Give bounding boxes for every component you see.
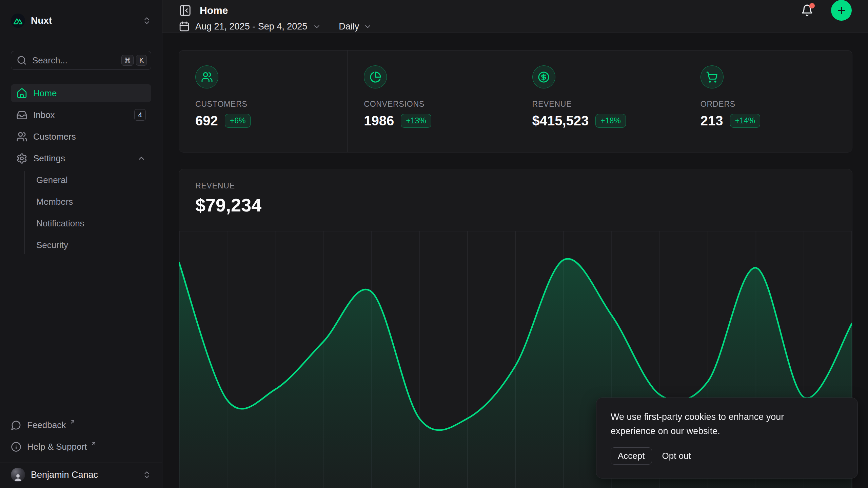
stat-delta-badge: +13% <box>401 114 431 128</box>
kbd-k: K <box>136 55 147 66</box>
settings-subnav: General Members Notifications Security <box>24 171 151 254</box>
users-icon <box>195 65 218 88</box>
plus-icon <box>836 5 847 16</box>
stat-card-orders[interactable]: ORDERS 213 +14% <box>684 50 852 152</box>
sidebar-collapse-button[interactable] <box>179 4 192 17</box>
info-circle-icon <box>11 442 21 452</box>
notification-dot <box>809 3 815 8</box>
help-support-label: Help & Support <box>27 442 87 452</box>
stats-row: CUSTOMERS 692 +6% CONVERSIONS 1986 +13% <box>179 50 852 152</box>
inbox-count-badge: 4 <box>134 109 146 120</box>
sidebar-item-general[interactable]: General <box>36 171 151 189</box>
sidebar-item-customers[interactable]: Customers <box>11 127 151 146</box>
search-input[interactable]: Search... ⌘ K <box>11 51 151 70</box>
granularity-value: Daily <box>339 21 359 32</box>
users-icon <box>16 131 27 142</box>
shopping-cart-icon <box>701 65 724 88</box>
revenue-chart-value: $79,234 <box>195 195 836 216</box>
page-header: Home <box>162 0 868 21</box>
sidebar-item-label: Customers <box>33 131 76 142</box>
sidebar: Nuxt Search... ⌘ K Home <box>0 0 162 488</box>
external-link-icon <box>91 441 97 447</box>
gear-icon <box>16 153 27 164</box>
stat-card-customers[interactable]: CUSTOMERS 692 +6% <box>179 50 347 152</box>
sidebar-item-label: Inbox <box>33 110 55 120</box>
filters-toolbar: Aug 21, 2025 - Sep 4, 2025 Daily <box>162 21 868 33</box>
stat-value: $415,523 <box>532 113 589 128</box>
pie-chart-icon <box>364 65 387 88</box>
stat-card-conversions[interactable]: CONVERSIONS 1986 +13% <box>347 50 515 152</box>
cookie-accept-button[interactable]: Accept <box>611 447 652 465</box>
stat-label: CONVERSIONS <box>364 100 499 109</box>
add-button[interactable] <box>831 0 852 21</box>
feedback-link[interactable]: Feedback <box>11 416 151 434</box>
chevron-down-icon <box>313 22 321 31</box>
stat-label: CUSTOMERS <box>195 100 331 109</box>
stat-value: 692 <box>195 113 218 128</box>
message-bubble-icon <box>11 420 21 430</box>
stat-delta-badge: +14% <box>730 114 760 128</box>
sidebar-item-notifications[interactable]: Notifications <box>36 214 151 232</box>
nuxt-logo-icon <box>11 14 25 28</box>
revenue-chart-label: REVENUE <box>195 181 836 190</box>
cookie-banner: We use first-party cookies to enhance yo… <box>596 398 858 479</box>
sidebar-nav: Home Inbox 4 Customers Settings <box>11 84 151 254</box>
chevron-up-icon <box>137 154 146 163</box>
granularity-select[interactable]: Daily <box>339 21 372 32</box>
stat-delta-badge: +18% <box>595 114 626 128</box>
date-range-picker[interactable]: Aug 21, 2025 - Sep 4, 2025 <box>179 21 321 32</box>
inbox-icon <box>16 109 27 121</box>
user-menu[interactable]: Benjamin Canac <box>0 463 162 488</box>
stat-label: ORDERS <box>701 100 836 109</box>
external-link-icon <box>70 419 76 425</box>
avatar <box>11 468 25 482</box>
stat-value: 213 <box>701 113 723 128</box>
search-shortcut: ⌘ K <box>121 55 147 66</box>
sidebar-item-label: Settings <box>33 153 65 164</box>
workspace-switcher[interactable]: Nuxt <box>11 11 151 30</box>
dollar-circle-icon <box>532 65 555 88</box>
chevrons-up-down-icon <box>142 470 151 479</box>
home-icon <box>16 88 27 99</box>
sidebar-item-security[interactable]: Security <box>36 236 151 254</box>
cookie-message: We use first-party cookies to enhance yo… <box>611 410 828 439</box>
chevron-down-icon <box>363 22 372 31</box>
search-placeholder: Search... <box>32 55 116 66</box>
sidebar-item-home[interactable]: Home <box>11 84 151 102</box>
stat-value: 1986 <box>364 113 394 128</box>
sidebar-footer: Feedback Help & Support <box>0 416 162 456</box>
chevrons-up-down-icon <box>142 16 151 25</box>
sidebar-item-members[interactable]: Members <box>36 192 151 211</box>
calendar-icon <box>179 21 190 32</box>
sidebar-item-settings[interactable]: Settings <box>11 149 151 167</box>
stat-label: REVENUE <box>532 100 668 109</box>
panel-left-icon <box>179 4 192 17</box>
search-icon <box>17 55 27 65</box>
sidebar-item-inbox[interactable]: Inbox 4 <box>11 106 151 124</box>
workspace-name: Nuxt <box>31 15 137 26</box>
notifications-button[interactable] <box>801 4 813 17</box>
date-range-value: Aug 21, 2025 - Sep 4, 2025 <box>195 21 307 32</box>
feedback-label: Feedback <box>27 420 66 430</box>
sidebar-item-label: Home <box>33 88 57 99</box>
page-title: Home <box>200 5 793 16</box>
user-name: Benjamin Canac <box>31 470 137 480</box>
kbd-command: ⌘ <box>121 55 134 66</box>
cookie-optout-button[interactable]: Opt out <box>657 448 696 464</box>
stat-card-revenue[interactable]: REVENUE $415,523 +18% <box>516 50 684 152</box>
help-support-link[interactable]: Help & Support <box>11 438 151 456</box>
stat-delta-badge: +6% <box>225 114 251 128</box>
